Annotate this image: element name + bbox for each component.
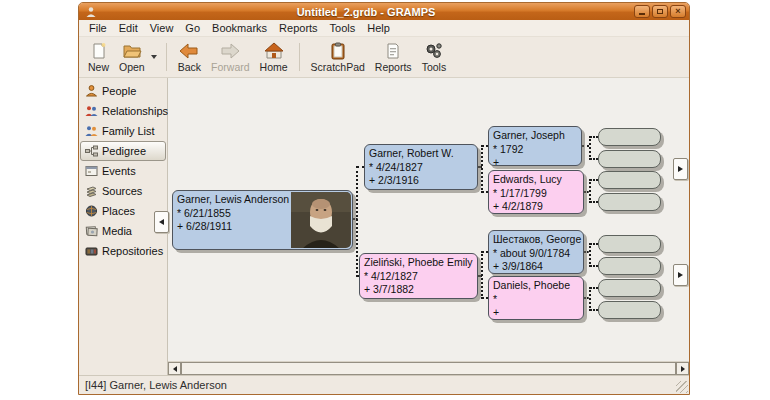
empty-ancestor-box[interactable] (598, 150, 661, 168)
people-icon (85, 85, 98, 97)
gramps-app-icon (85, 6, 97, 18)
empty-ancestor-box[interactable] (598, 193, 661, 211)
sidebar-item-pedigree[interactable]: Pedigree (80, 141, 166, 161)
sidebar-label: Family List (102, 125, 155, 137)
back-button[interactable]: Back (173, 41, 206, 74)
sidebar-item-family-list[interactable]: Family List (80, 121, 166, 141)
menu-file[interactable]: File (83, 21, 113, 35)
menu-bar: File Edit View Go Bookmarks Reports Tool… (79, 20, 689, 37)
close-icon: × (675, 7, 680, 16)
person-birth: * (493, 293, 579, 307)
clipboard-icon (328, 42, 348, 60)
person-box-daniels-phoebe[interactable]: Daniels, Phoebe * + (488, 276, 584, 320)
tools-button[interactable]: Tools (417, 41, 452, 74)
person-box-garner-lewis-anderson[interactable]: Garner, Lewis Anderson * 6/21/1855 + 6/2… (172, 190, 353, 250)
report-document-icon (383, 42, 403, 60)
person-box-garner-robert[interactable]: Garner, Robert W. * 4/24/1827 + 2/3/1916 (364, 144, 478, 190)
empty-ancestor-box[interactable] (598, 128, 661, 146)
empty-ancestor-box[interactable] (598, 301, 661, 319)
person-death: + 2/3/1916 (369, 174, 473, 188)
person-death: + (493, 156, 577, 166)
right-triangle-icon (678, 166, 683, 172)
maximize-icon (657, 9, 663, 14)
home-button-label: Home (260, 61, 288, 73)
person-death: + (493, 306, 579, 320)
connector-line (589, 243, 591, 267)
pedigree-canvas[interactable]: Garner, Lewis Anderson * 6/21/1855 + 6/2… (168, 78, 689, 362)
open-dropdown-caret[interactable] (151, 55, 157, 59)
person-birth: * 1792 (493, 143, 577, 157)
sidebar-item-people[interactable]: People (80, 81, 166, 101)
media-icon (85, 225, 98, 237)
pedigree-nav-right-bottom-button[interactable] (673, 264, 688, 286)
open-button[interactable]: Open (114, 41, 150, 74)
toolbar: New Open Back Forward Home (79, 37, 689, 78)
person-birth: * about 9/0/1784 (493, 247, 579, 261)
home-icon (264, 42, 284, 60)
sources-icon (85, 185, 98, 197)
status-text: [I44] Garner, Lewis Anderson (85, 379, 227, 391)
person-name: Garner, Robert W. (369, 147, 473, 161)
menu-tools[interactable]: Tools (324, 21, 362, 35)
person-portrait-photo (291, 192, 351, 248)
connector-line (357, 166, 364, 168)
sidebar-label: Events (102, 165, 136, 177)
sidebar-item-repositories[interactable]: Repositories (80, 241, 166, 261)
sidebar-label: Repositories (102, 245, 163, 257)
person-box-garner-joseph[interactable]: Garner, Joseph * 1792 + (488, 126, 582, 166)
connector-line (481, 145, 483, 193)
scroll-right-button[interactable] (676, 362, 689, 375)
person-box-edwards-lucy[interactable]: Edwards, Lucy * 1/17/1799 + 4/2/1879 (488, 170, 584, 214)
connector-line (590, 136, 598, 138)
sidebar-item-relationships[interactable]: Relationships (80, 101, 166, 121)
minimize-button[interactable] (634, 5, 650, 18)
sidebar-label: Relationships (102, 105, 168, 117)
new-button[interactable]: New (83, 41, 114, 74)
sidebar-label: Places (102, 205, 135, 217)
minimize-icon (639, 13, 645, 15)
menu-view[interactable]: View (144, 21, 180, 35)
left-triangle-icon (173, 366, 177, 372)
menu-go[interactable]: Go (179, 21, 206, 35)
empty-ancestor-box[interactable] (598, 257, 661, 275)
main-area: People Relationships Family List Pedigre… (79, 78, 689, 375)
gramps-window: Untitled_2.grdb - GRAMPS × File Edit Vie… (78, 2, 690, 395)
person-box-shestakov-george[interactable]: Шестаков, George * about 9/0/1784 + 3/9/… (488, 230, 584, 274)
scrollbar-thumb[interactable] (181, 362, 676, 375)
sidebar-item-events[interactable]: Events (80, 161, 166, 181)
pedigree-nav-left-button[interactable] (154, 211, 169, 233)
pedigree-nav-right-top-button[interactable] (673, 158, 688, 180)
sidebar-item-sources[interactable]: Sources (80, 181, 166, 201)
resize-grip[interactable] (676, 381, 688, 393)
reports-button[interactable]: Reports (370, 41, 417, 74)
scratchpad-button[interactable]: ScratchPad (306, 41, 370, 74)
empty-ancestor-box[interactable] (598, 171, 661, 189)
menu-edit[interactable]: Edit (113, 21, 144, 35)
connector-line (590, 287, 598, 289)
scroll-left-button[interactable] (168, 362, 181, 375)
forward-arrow-icon (220, 42, 240, 60)
horizontal-scrollbar[interactable] (168, 362, 689, 375)
forward-button[interactable]: Forward (206, 41, 255, 74)
connector-line (356, 166, 358, 277)
menu-help[interactable]: Help (361, 21, 396, 35)
left-triangle-icon (159, 219, 164, 225)
events-icon (85, 165, 98, 177)
person-death: + 3/9/1864 (493, 260, 579, 274)
sidebar-label: Sources (102, 185, 142, 197)
repositories-icon (85, 245, 98, 257)
close-button[interactable]: × (670, 5, 686, 18)
empty-ancestor-box[interactable] (598, 235, 661, 253)
maximize-button[interactable] (652, 5, 668, 18)
person-birth: * 4/12/1827 (364, 270, 473, 284)
person-box-zielinski-phoebe[interactable]: Zieliński, Phoebe Emily * 4/12/1827 + 3/… (359, 253, 478, 299)
menu-reports[interactable]: Reports (273, 21, 324, 35)
connector-line (590, 201, 598, 203)
connector-line (590, 179, 598, 181)
connector-line (589, 287, 591, 311)
menu-bookmarks[interactable]: Bookmarks (206, 21, 273, 35)
empty-ancestor-box[interactable] (598, 279, 661, 297)
places-icon (85, 205, 98, 217)
title-bar[interactable]: Untitled_2.grdb - GRAMPS × (79, 3, 689, 20)
home-button[interactable]: Home (255, 41, 293, 74)
